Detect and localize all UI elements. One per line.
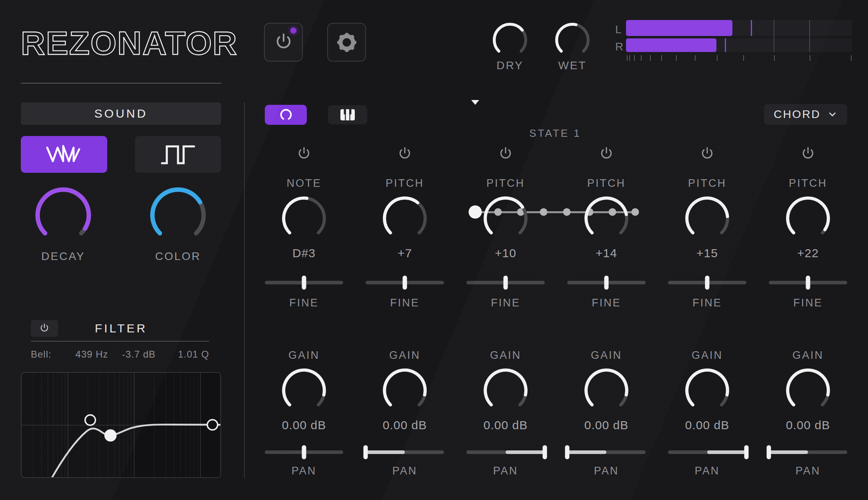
- pan-label: PAN: [392, 465, 418, 477]
- fine-slider-thumb[interactable]: [302, 276, 306, 290]
- panel-divider: [244, 102, 245, 478]
- pitch-knob[interactable]: [582, 194, 631, 243]
- pitch-knob[interactable]: [783, 194, 833, 243]
- pitch-note-label: PITCH: [688, 177, 726, 190]
- filter-curve-display[interactable]: [21, 372, 221, 478]
- pitch-note-label: PITCH: [486, 177, 525, 190]
- meter-left-label: L: [615, 23, 624, 36]
- power-led: [290, 28, 296, 34]
- master-power-button[interactable]: [264, 23, 303, 62]
- sawtooth-wave-button[interactable]: [21, 136, 107, 173]
- resonator-columns: NOTE D#3 FINE GAIN 0.00 dB PAN: [254, 143, 858, 477]
- gain-knob[interactable]: [682, 366, 732, 415]
- fine-slider[interactable]: [366, 275, 444, 290]
- fine-slider[interactable]: [769, 275, 847, 290]
- fine-slider[interactable]: [466, 275, 545, 290]
- pan-slider-thumb[interactable]: [302, 445, 306, 459]
- filter-type: Bell:: [31, 349, 68, 360]
- partial-power-icon[interactable]: [699, 146, 715, 162]
- square-wave-icon: [159, 142, 197, 166]
- pitch-note-label: PITCH: [587, 177, 626, 190]
- resonator-column: PITCH +10 FINE GAIN 0.00 dB PAN: [455, 143, 556, 477]
- filter-readout: Bell: 439 Hz -3.7 dB 1.01 Q: [31, 349, 209, 360]
- fine-label: FINE: [692, 297, 722, 309]
- meter-peak-right: [725, 38, 726, 52]
- partial-power-icon[interactable]: [296, 146, 312, 162]
- pan-slider-fill: [769, 450, 808, 454]
- pitch-knob[interactable]: [380, 194, 430, 243]
- fine-label: FINE: [390, 297, 420, 309]
- fine-slider[interactable]: [567, 275, 646, 290]
- gain-label: GAIN: [490, 349, 521, 362]
- pan-slider-thumb[interactable]: [767, 445, 771, 459]
- app-logo: REZONATOR: [21, 25, 229, 62]
- settings-button[interactable]: [327, 23, 366, 62]
- partial-power-icon[interactable]: [598, 146, 614, 162]
- filter-handle-right: [207, 420, 218, 430]
- fine-slider-thumb[interactable]: [806, 276, 810, 290]
- pitch-knob[interactable]: [279, 194, 329, 243]
- fine-slider-thumb[interactable]: [705, 276, 710, 290]
- color-knob[interactable]: [147, 184, 209, 246]
- pitch-knob[interactable]: [682, 194, 732, 243]
- partial-power-icon[interactable]: [397, 146, 413, 162]
- filter-section-title: FILTER: [21, 322, 221, 335]
- gain-knob[interactable]: [380, 366, 430, 415]
- meter-right-label: R: [615, 40, 624, 53]
- gain-knob[interactable]: [582, 366, 631, 415]
- gain-knob[interactable]: [279, 366, 329, 415]
- gain-value: 0.00 dB: [584, 418, 628, 431]
- decay-knob[interactable]: [32, 184, 94, 246]
- fine-slider-thumb[interactable]: [403, 276, 407, 290]
- pan-label: PAN: [695, 465, 720, 477]
- pan-slider[interactable]: [466, 445, 545, 459]
- pan-slider[interactable]: [265, 445, 343, 459]
- filter-gain: -3.7 dB: [115, 349, 162, 360]
- fine-slider-thumb[interactable]: [604, 276, 609, 290]
- pan-slider[interactable]: [366, 445, 444, 459]
- knob-mode-button[interactable]: [265, 105, 307, 125]
- filter-divider: [31, 341, 209, 342]
- pan-slider[interactable]: [668, 445, 746, 459]
- pan-slider-fill: [506, 450, 545, 454]
- pitch-value: +14: [596, 246, 617, 259]
- meter-fill-left: [626, 20, 732, 36]
- gain-label: GAIN: [792, 349, 824, 362]
- fine-slider-thumb[interactable]: [504, 276, 508, 290]
- pan-slider[interactable]: [769, 445, 847, 459]
- square-wave-button[interactable]: [135, 136, 221, 173]
- pan-slider[interactable]: [567, 445, 646, 459]
- partial-power-icon[interactable]: [800, 146, 816, 162]
- rezonator-plugin-window: REZONATOR DRY: [0, 0, 868, 500]
- gain-knob[interactable]: [481, 366, 530, 415]
- pan-slider-thumb[interactable]: [744, 445, 749, 459]
- resonator-column: PITCH +7 FINE GAIN 0.00 dB PAN: [354, 143, 455, 477]
- pan-label: PAN: [493, 465, 518, 477]
- pitch-value: +10: [495, 246, 516, 259]
- fine-slider[interactable]: [668, 275, 746, 290]
- chord-dropdown[interactable]: CHORD: [764, 104, 847, 125]
- filter-handle-selected: [104, 429, 117, 442]
- pan-slider-thumb[interactable]: [364, 445, 368, 459]
- pan-slider-thumb[interactable]: [543, 445, 547, 459]
- wet-knob-label: WET: [553, 59, 592, 72]
- gain-value: 0.00 dB: [383, 418, 427, 431]
- power-icon: [273, 32, 294, 53]
- meter-bars: [626, 18, 852, 53]
- fine-slider[interactable]: [265, 275, 343, 290]
- keyboard-mode-button[interactable]: [328, 105, 367, 124]
- pan-slider-thumb[interactable]: [565, 445, 570, 459]
- pitch-value: +15: [696, 246, 718, 259]
- gain-label: GAIN: [288, 349, 320, 362]
- state-marker-triangle-icon: [471, 100, 479, 105]
- fine-label: FINE: [592, 297, 621, 309]
- fine-label: FINE: [793, 297, 823, 309]
- wet-knob[interactable]: [553, 21, 592, 59]
- partial-power-icon[interactable]: [498, 146, 514, 162]
- keyboard-icon: [340, 108, 356, 122]
- pan-slider-fill: [366, 450, 405, 454]
- dry-knob[interactable]: [491, 21, 529, 59]
- pitch-knob[interactable]: [481, 194, 530, 243]
- gain-knob[interactable]: [783, 366, 833, 415]
- meter-scale-ticks: [626, 55, 852, 62]
